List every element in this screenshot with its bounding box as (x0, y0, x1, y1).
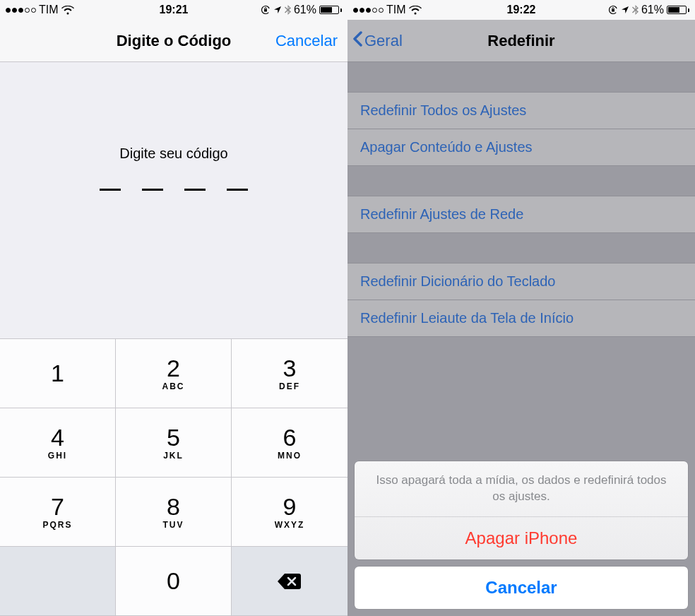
phone-reset-settings: TIM 19:22 61% Geral (348, 0, 695, 616)
reset-all-settings-row[interactable]: Redefinir Todos os Ajustes (348, 92, 695, 129)
signal-strength-icon (6, 8, 36, 13)
bluetooth-icon (285, 5, 291, 15)
keypad-backspace[interactable] (232, 547, 348, 616)
location-icon (273, 6, 282, 14)
keypad-2[interactable]: 2ABC (116, 339, 232, 408)
keypad-7[interactable]: 7PQRS (0, 478, 116, 547)
keypad-9[interactable]: 9WXYZ (232, 478, 348, 547)
carrier-label: TIM (386, 4, 406, 16)
reset-network-row[interactable]: Redefinir Ajustes de Rede (348, 196, 695, 233)
bluetooth-icon (632, 5, 638, 15)
phone-passcode: TIM 19:21 61% Digite o Código Cancelar (0, 0, 348, 616)
nav-header: Geral Redefinir (348, 20, 695, 62)
keypad-4[interactable]: 4GHI (0, 408, 116, 478)
orientation-lock-icon (261, 5, 271, 15)
battery-pct-label: 61% (294, 4, 316, 16)
keypad-blank (0, 547, 116, 616)
orientation-lock-icon (608, 5, 618, 15)
backspace-icon (277, 572, 302, 591)
wifi-icon (409, 6, 422, 15)
keypad-8[interactable]: 8TUV (116, 478, 232, 547)
wifi-icon (61, 6, 74, 15)
nav-title: Redefinir (487, 32, 554, 50)
keypad-6[interactable]: 6MNO (232, 408, 348, 478)
svg-rect-3 (612, 9, 614, 12)
reset-home-layout-row[interactable]: Redefinir Leiaute da Tela de Início (348, 300, 695, 337)
nav-title: Digite o Código (117, 32, 232, 50)
chevron-left-icon (352, 30, 364, 52)
action-sheet: Isso apagará toda a mídia, os dados e re… (348, 454, 695, 616)
battery-pct-label: 61% (641, 4, 664, 16)
status-bar: TIM 19:22 61% (348, 0, 695, 20)
numeric-keypad: 1 2ABC 3DEF 4GHI 5JKL 6MNO 7PQRS 8TUV 9W… (0, 338, 348, 616)
erase-iphone-button[interactable]: Apagar iPhone (355, 517, 688, 559)
action-sheet-cancel-button[interactable]: Cancelar (355, 567, 688, 609)
carrier-label: TIM (39, 4, 59, 16)
status-bar: TIM 19:21 61% (0, 0, 348, 20)
erase-content-row[interactable]: Apagar Conteúdo e Ajustes (348, 129, 695, 166)
keypad-3[interactable]: 3DEF (232, 339, 348, 408)
settings-list: Redefinir Todos os Ajustes Apagar Conteú… (348, 92, 695, 337)
signal-strength-icon (353, 8, 384, 13)
keypad-1[interactable]: 1 (0, 339, 116, 408)
keypad-0[interactable]: 0 (116, 547, 232, 616)
location-icon (621, 6, 629, 14)
passcode-prompt: Digite seu código (119, 146, 227, 162)
svg-rect-1 (264, 9, 267, 12)
nav-header: Digite o Código Cancelar (0, 20, 348, 62)
back-label: Geral (364, 32, 403, 50)
cancel-button[interactable]: Cancelar (275, 32, 338, 50)
back-button[interactable]: Geral (352, 30, 403, 52)
action-sheet-message: Isso apagará toda a mídia, os dados e re… (355, 461, 688, 517)
battery-icon (319, 6, 342, 14)
keypad-5[interactable]: 5JKL (116, 408, 232, 478)
passcode-area: Digite seu código (0, 62, 348, 338)
battery-icon (667, 6, 689, 14)
passcode-input (100, 189, 248, 191)
reset-keyboard-dict-row[interactable]: Redefinir Dicionário do Teclado (348, 263, 695, 300)
